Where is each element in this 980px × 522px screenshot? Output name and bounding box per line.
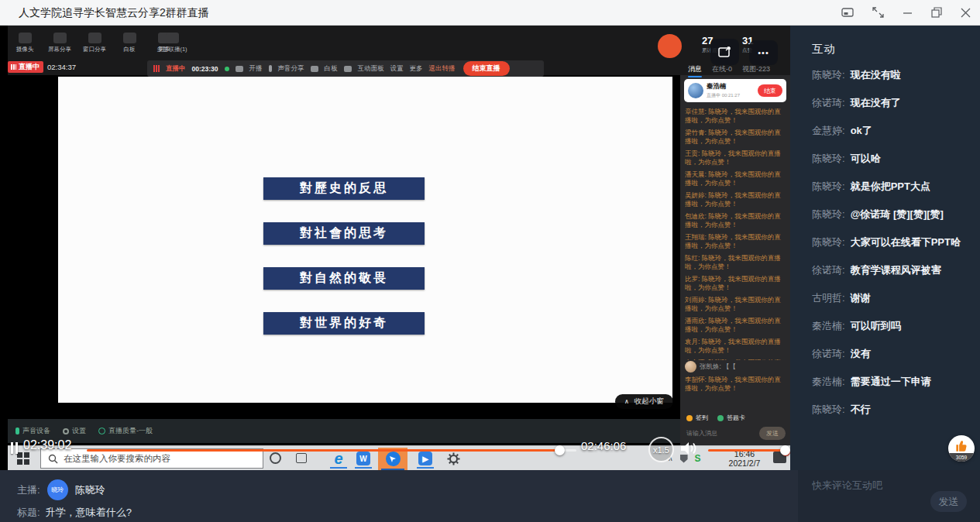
share-toolbar-button[interactable]: 屏幕分享 <box>46 33 74 53</box>
host-end-button[interactable]: 结束 <box>758 84 782 97</box>
audio-device-button[interactable]: 声音设备 <box>15 426 50 436</box>
screenshot-icon[interactable] <box>841 7 854 18</box>
more-options-button[interactable]: ••• <box>749 40 778 65</box>
mic-icon[interactable] <box>269 65 272 72</box>
chat-sender: 陈晓玲: <box>812 236 845 248</box>
playback-speed-button[interactable]: x1.5 <box>648 437 674 462</box>
slide-bullet: 對歷史的反思 <box>263 177 425 200</box>
stream-chat-panel: 秦浩楠 直播中 00:21:27 结束 章佳慧: 陈晓玲，我来围观你的直播啦，为… <box>680 75 790 445</box>
search-input[interactable] <box>64 454 242 463</box>
taskbar-clock[interactable]: 16:46 2021/2/7 <box>722 449 767 468</box>
audio-share-button[interactable]: 声音分享 <box>278 64 304 74</box>
stream-quality-indicator[interactable]: 直播质量-一般 <box>98 426 153 436</box>
like-button[interactable]: 3059 <box>948 435 975 462</box>
chat-chip[interactable]: 签到 <box>686 414 708 422</box>
end-live-button[interactable]: 结束直播 <box>463 61 510 76</box>
panel-icon[interactable] <box>344 66 352 72</box>
chip-dot-icon <box>717 415 724 421</box>
restore-icon[interactable] <box>931 7 942 18</box>
tool-label: 窗口分享 <box>83 46 106 53</box>
share-toolbar-button[interactable]: 白板 <box>115 33 143 53</box>
start-button[interactable] <box>17 452 29 468</box>
pause-button[interactable] <box>11 442 18 454</box>
chat-text: 可以哈 <box>851 153 881 164</box>
chat-sender: 陈晓玲: <box>812 180 845 192</box>
gear-icon <box>63 428 69 434</box>
chat-sender: 陈晓玲: <box>812 404 845 415</box>
stream-chat-message: 王贡: 陈晓玲，我来围观你的直播啦，为你点赞！ <box>685 149 786 167</box>
panel-tab[interactable]: 消息 <box>688 64 702 77</box>
camera-label[interactable]: 开播 <box>249 64 263 74</box>
volume-slider[interactable] <box>708 449 786 452</box>
stream-chat-messages: 章佳慧: 陈晓玲，我来围观你的直播啦，为你点赞！梁竹青: 陈晓玲，我来围观你的直… <box>680 102 790 360</box>
chat-sender: 陈晓玲: <box>812 208 845 220</box>
host-name: 秦浩楠 <box>707 82 740 91</box>
chat-sender: 徐诺琦: <box>812 97 845 108</box>
chat-message: 秦浩楠:可以听到吗 <box>790 319 980 347</box>
send-comment-button[interactable]: 发送 <box>930 491 967 512</box>
stream-control-toolbar: 直播中 00:23:30 开播 声音分享 白板 互动面板 设置 更多 退出转播 … <box>147 60 544 77</box>
chat-text: 需要通过一下申请 <box>851 376 931 387</box>
panel-tab[interactable]: 在线-0 <box>712 64 732 77</box>
close-icon[interactable] <box>961 8 971 18</box>
whiteboard-button[interactable]: 白板 <box>325 64 338 74</box>
equalizer-icon <box>153 65 160 72</box>
settings-button[interactable]: 设置 <box>390 64 404 74</box>
device-strip: 声音设备 设置 直播质量-一般 <box>8 419 680 443</box>
mini-window-button[interactable] <box>710 39 739 65</box>
stream-chat-input[interactable]: 请输入消息 <box>686 429 717 438</box>
stream-chat-input-row: 请输入消息 发送 <box>686 427 786 440</box>
minimize-icon[interactable] <box>903 8 913 18</box>
live-action-button[interactable] <box>658 34 682 58</box>
share-toolbar-button[interactable]: 摄像头 <box>11 33 39 53</box>
strip-settings-button[interactable]: 设置 <box>63 426 86 436</box>
volume-button[interactable] <box>680 441 699 459</box>
stream-chat-message: 李韶怀: 陈晓玲，我来围观你的直播啦，为你点赞！ <box>680 376 790 393</box>
host-label: 主播: <box>17 483 40 497</box>
chat-message: 陈晓玲:可以哈 <box>790 152 980 180</box>
status-dot-icon <box>225 67 229 71</box>
collapse-mini-window-button[interactable]: ∧ 收起小窗 <box>615 394 673 409</box>
chat-message: 陈晓玲:现在没有啦 <box>790 68 980 96</box>
stream-chat-message: 吴妍婷: 陈晓玲，我来围观你的直播啦，为你点赞！ <box>685 191 786 208</box>
exit-relay-button[interactable]: 退出转播 <box>429 64 456 74</box>
chat-text: 就是你把PPT大点 <box>851 180 930 192</box>
cortana-button[interactable] <box>270 452 281 464</box>
interaction-panel-button[interactable]: 互动面板 <box>358 64 384 74</box>
progress-bar[interactable] <box>87 449 576 452</box>
chat-message: 秦浩楠:需要通过一下申请 <box>790 375 980 403</box>
fullscreen-icon[interactable] <box>872 7 884 18</box>
speaker-icon <box>680 441 699 456</box>
sidebar-title: 互动 <box>812 42 980 57</box>
volume-handle[interactable] <box>780 445 790 455</box>
chat-message: 金慧婷:ok了 <box>790 124 980 152</box>
stream-info-bar: 主播: 晓玲 陈晓玲 标题: 升学，意味着什么? <box>0 470 798 522</box>
whiteboard-icon[interactable] <box>311 66 318 72</box>
stream-chat-send-button[interactable]: 发送 <box>759 427 786 440</box>
host-avatar[interactable]: 晓玲 <box>47 479 68 500</box>
more-button[interactable]: 更多 <box>410 64 423 74</box>
comment-input[interactable] <box>812 479 928 491</box>
stream-chat-message: 章佳慧: 陈晓玲，我来围观你的直播啦，为你点赞！ <box>685 108 786 125</box>
chat-text: 现在没有了 <box>851 97 901 108</box>
chat-chip[interactable]: 答题卡 <box>717 414 745 422</box>
share-toolbar-button[interactable]: 窗口分享 <box>81 33 108 53</box>
stream-title: 升学，意味着什么? <box>46 506 132 520</box>
stream-chat-gray-message: 张凯焕: 【【 <box>680 360 790 376</box>
mic-icon <box>15 428 19 434</box>
camera-icon[interactable] <box>236 66 243 72</box>
chat-message: 徐诺琦:教育学课程风评被害 <box>790 263 980 291</box>
video-player-area[interactable]: 摄像头 屏幕分享 窗口分享 白板 更多 多群联播(1) 直播中 02:34:37 <box>0 26 790 470</box>
multicast-button[interactable]: 多群联播(1) <box>152 33 192 53</box>
tool-icon <box>123 33 136 43</box>
chat-message: 陈晓玲:就是你把PPT大点 <box>790 180 980 208</box>
slide-bullet: 對自然的敬畏 <box>263 267 425 290</box>
panel-tab[interactable]: 视图-223 <box>742 64 770 77</box>
tool-icon <box>53 33 67 43</box>
video-app-icon: ▶ <box>418 452 432 465</box>
host-status: 直播中 00:21:27 <box>707 92 740 99</box>
chip-dot-icon <box>686 415 693 421</box>
window-title: 人文学院追寻学长智慧云分享2群群直播 <box>19 6 209 20</box>
task-view-button[interactable] <box>296 453 307 463</box>
duration-time: 02:46:06 <box>581 439 626 452</box>
